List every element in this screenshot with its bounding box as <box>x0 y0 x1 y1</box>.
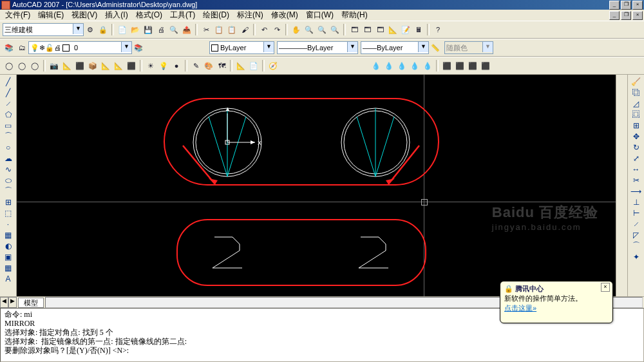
menu-help[interactable]: 帮助(H) <box>337 9 372 21</box>
doc-restore-button[interactable]: ❐ <box>621 11 631 20</box>
spline-icon[interactable]: ∿ <box>3 164 14 175</box>
t3-drop3-icon[interactable]: 💧 <box>396 60 408 71</box>
cut-icon[interactable]: ✂ <box>200 24 212 35</box>
t3-v1-icon[interactable]: ⬛ <box>441 60 453 71</box>
toolpalettes-icon[interactable]: 🗔 <box>374 24 386 35</box>
workspace-settings-icon[interactable]: ⚙ <box>84 24 96 35</box>
block-icon[interactable]: ⬚ <box>3 207 14 218</box>
explode-icon[interactable]: ✦ <box>630 251 642 262</box>
zoom-win-icon[interactable]: 🔍 <box>316 24 328 35</box>
menu-view[interactable]: 视图(V) <box>68 9 101 21</box>
arc-icon[interactable]: ⌒ <box>3 131 14 142</box>
t3-2-icon[interactable]: ◯ <box>16 60 28 71</box>
t3-6-icon[interactable]: ⬛ <box>74 60 86 71</box>
open-icon[interactable]: 📂 <box>129 24 141 35</box>
properties-icon[interactable]: 🗔 <box>348 24 360 35</box>
vscroll[interactable] <box>616 75 627 296</box>
extend-icon[interactable]: ⟶ <box>630 186 642 196</box>
t3-3-icon[interactable]: ◯ <box>29 60 41 71</box>
break2-icon[interactable]: ⊢ <box>630 207 642 218</box>
t3-4-icon[interactable]: 📷 <box>48 60 60 71</box>
copy2-icon[interactable]: ⿻ <box>630 87 642 98</box>
t3-map-icon[interactable]: 🗺 <box>216 60 227 71</box>
t3-drop2-icon[interactable]: 💧 <box>383 60 395 71</box>
menu-window[interactable]: 窗口(W) <box>302 9 337 21</box>
undo-icon[interactable]: ↶ <box>258 24 270 35</box>
t3-mat-icon[interactable]: ✎ <box>190 60 202 71</box>
pan-icon[interactable]: ✋ <box>290 24 302 35</box>
t3-nav-icon[interactable]: 🧭 <box>267 60 279 71</box>
workspace-lock-icon[interactable]: 🔒 <box>97 24 109 35</box>
match-icon[interactable]: 🖌 <box>239 24 251 35</box>
stretch-icon[interactable]: ↔ <box>630 164 642 175</box>
t3-v3-icon[interactable]: ⬛ <box>467 60 478 71</box>
close-button[interactable]: × <box>632 1 643 10</box>
t3-1-icon[interactable]: ◯ <box>3 60 15 71</box>
break-icon[interactable]: ⊥ <box>630 196 642 207</box>
t3-render-icon[interactable]: 🎨 <box>203 60 214 71</box>
revcloud-icon[interactable]: ☁ <box>3 153 14 164</box>
drawing-canvas[interactable]: X ▲ Baidu 百度经验 jingyan.baidu.com <box>17 75 627 296</box>
new-icon[interactable]: 📄 <box>117 24 128 35</box>
rect-icon[interactable]: ▭ <box>3 120 14 131</box>
t3-sun-icon[interactable]: ☀ <box>145 60 156 71</box>
line-icon[interactable]: ╱ <box>3 76 14 87</box>
minimize-button[interactable]: _ <box>609 1 620 10</box>
doc-close-button[interactable]: × <box>632 11 643 20</box>
fillet-icon[interactable]: ⌒ <box>630 240 642 251</box>
menu-edit[interactable]: 编辑(E) <box>34 9 68 21</box>
region-icon[interactable]: ▣ <box>3 251 14 262</box>
point-icon[interactable]: · <box>3 218 14 229</box>
publish-icon[interactable]: 📤 <box>181 24 193 35</box>
t3-drop4-icon[interactable]: 💧 <box>409 60 421 71</box>
zoom-prev-icon[interactable]: 🔍 <box>329 24 341 35</box>
t3-v4-icon[interactable]: ⬛ <box>480 60 491 71</box>
circle-icon[interactable]: ○ <box>3 142 14 153</box>
linetype-scale-icon[interactable]: 📏 <box>430 42 441 53</box>
layer-prev-icon[interactable]: 📚 <box>133 42 144 53</box>
save-icon[interactable]: 💾 <box>142 24 154 35</box>
insert-icon[interactable]: ⊞ <box>3 196 14 207</box>
tab-left-icon[interactable]: ◀ <box>0 297 8 308</box>
join-icon[interactable]: ⟋ <box>630 218 642 229</box>
t3-flat-icon[interactable]: 📄 <box>248 60 260 71</box>
lineweight-dropdown[interactable]: —— ByLayer▼ <box>361 41 429 54</box>
designcenter-icon[interactable]: 🗔 <box>361 24 373 35</box>
notif-link[interactable]: 点击这里» <box>504 303 609 313</box>
notif-close-button[interactable]: × <box>601 283 610 292</box>
erase-icon[interactable]: 🧹 <box>630 76 642 87</box>
t3-10-icon[interactable]: ⬛ <box>126 60 137 71</box>
layer-dropdown[interactable]: 💡❄🔓🖨 0▼ <box>28 41 132 54</box>
menu-modify[interactable]: 修改(M) <box>267 9 302 21</box>
t3-sphere-icon[interactable]: ● <box>171 60 182 71</box>
xline-icon[interactable]: ╱ <box>3 87 14 98</box>
t3-7-icon[interactable]: 📦 <box>87 60 99 71</box>
help-icon[interactable]: ? <box>432 24 444 35</box>
menu-dim[interactable]: 标注(N) <box>233 9 267 21</box>
menu-draw[interactable]: 绘图(D) <box>199 9 233 21</box>
trim-icon[interactable]: ✂ <box>630 175 642 186</box>
hatch-icon[interactable]: ▦ <box>3 229 14 240</box>
t3-9-icon[interactable]: 📐 <box>113 60 124 71</box>
t3-v2-icon[interactable]: ⬛ <box>454 60 466 71</box>
menu-format[interactable]: 格式(O) <box>132 9 166 21</box>
layer-manager-icon[interactable]: 📚 <box>3 42 15 53</box>
paste-icon[interactable]: 📋 <box>226 24 238 35</box>
t3-drop5-icon[interactable]: 💧 <box>422 60 433 71</box>
chamfer-icon[interactable]: ◸ <box>630 229 642 240</box>
menu-insert[interactable]: 插入(I) <box>101 9 131 21</box>
zoom-rt-icon[interactable]: 🔍 <box>303 24 315 35</box>
plotstyle-dropdown[interactable]: 随颜色▼ <box>444 41 493 54</box>
preview-icon[interactable]: 🔍 <box>168 24 180 35</box>
text-icon[interactable]: A <box>3 273 14 284</box>
array-icon[interactable]: ⊞ <box>630 120 642 131</box>
maximize-button[interactable]: ❐ <box>621 1 631 10</box>
menu-file[interactable]: 文件(F) <box>1 9 34 21</box>
menu-tools[interactable]: 工具(T) <box>166 9 199 21</box>
mirror-icon[interactable]: ◿ <box>630 98 642 109</box>
doc-minimize-button[interactable]: _ <box>609 11 620 20</box>
calc-icon[interactable]: 🖩 <box>413 24 424 35</box>
tab-right-icon[interactable]: ▶ <box>8 297 17 308</box>
linetype-dropdown[interactable]: ———— ByLayer▼ <box>277 41 358 54</box>
offset-icon[interactable]: ⿴ <box>630 109 642 120</box>
